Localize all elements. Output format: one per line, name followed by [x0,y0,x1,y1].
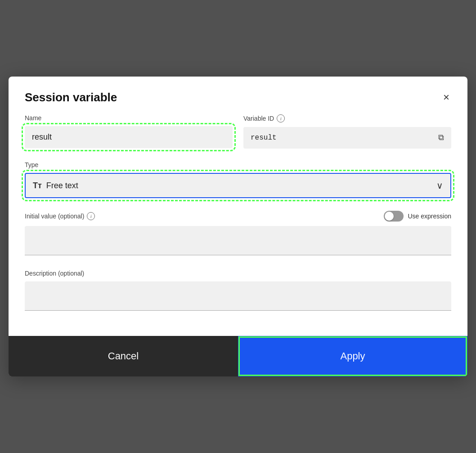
use-expression-group: Use expression [384,211,452,222]
copy-icon[interactable]: ⧉ [438,133,444,142]
modal-body: Name Variable ID i result ⧉ T [9,114,467,336]
close-button[interactable]: × [441,89,451,105]
session-variable-modal: Session variable × Name Variable ID i [9,77,467,376]
tt-icon: Tт [33,181,42,190]
type-label: Type [25,161,451,168]
name-input[interactable] [25,126,233,148]
toggle-knob [385,212,394,221]
initial-value-info-icon: i [87,212,95,220]
description-label: Description (optional) [25,270,451,277]
type-dropdown-left: Tт Free text [33,181,78,190]
type-dropdown[interactable]: Tт Free text ∨ [25,173,451,198]
cancel-button[interactable]: Cancel [9,336,238,376]
apply-button[interactable]: Apply [238,336,467,376]
initial-value-header: Initial value (optional) i Use expressio… [25,211,451,222]
initial-value-input[interactable] [25,226,451,255]
variable-id-info-icon: i [277,114,285,122]
name-field-group: Name [25,114,233,149]
variable-id-field-group: Variable ID i result ⧉ [243,114,451,149]
modal-header: Session variable × [9,77,467,114]
type-selected-value: Free text [46,181,78,190]
modal-footer: Cancel Apply [9,336,467,376]
initial-value-label: Initial value (optional) i [25,212,95,220]
description-section: Description (optional) [25,270,451,313]
modal-backdrop: Session variable × Name Variable ID i [0,0,476,453]
description-input[interactable] [25,281,451,311]
variable-id-display: result ⧉ [243,127,451,149]
use-expression-toggle[interactable] [384,211,404,222]
chevron-down-icon: ∨ [436,180,443,191]
variable-id-label: Variable ID i [243,114,451,122]
initial-value-section: Initial value (optional) i Use expressio… [25,211,451,257]
modal-title: Session variable [25,91,117,104]
type-section: Type Tт Free text ∨ [25,161,451,198]
variable-id-value: result [251,134,277,142]
use-expression-label: Use expression [408,213,452,220]
name-variableid-row: Name Variable ID i result ⧉ [25,114,451,149]
name-label: Name [25,114,233,122]
